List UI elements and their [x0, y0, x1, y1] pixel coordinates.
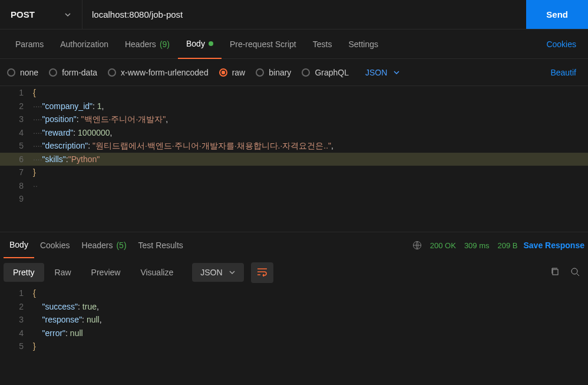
view-raw[interactable]: Raw [45, 263, 81, 282]
status-size: 209 B [498, 241, 518, 250]
cookies-link[interactable]: Cookies [541, 40, 581, 49]
status-time: 309 ms [464, 241, 490, 250]
globe-icon[interactable] [412, 241, 422, 250]
radio-icon [108, 68, 116, 77]
copy-icon [550, 267, 560, 277]
status-code: 200 OK [430, 241, 456, 250]
request-body-editor[interactable]: 1{ 2····"company_id": 1, 3····"position"… [0, 86, 588, 232]
save-response-button[interactable]: Save Response [524, 241, 585, 250]
body-form-data-radio[interactable]: form-data [49, 68, 97, 77]
url-input[interactable] [82, 0, 526, 29]
response-body-viewer[interactable]: 1{ 2 "success": true, 3 "response": null… [0, 287, 588, 353]
tab-pre-request[interactable]: Pre-request Script [222, 29, 305, 59]
response-tab-headers[interactable]: Headers (5) [76, 232, 133, 258]
body-type-select[interactable]: JSON [365, 68, 400, 77]
chevron-down-icon [229, 269, 236, 276]
body-xform-radio[interactable]: x-www-form-urlencoded [108, 68, 209, 77]
copy-button[interactable] [546, 267, 564, 278]
view-visualize[interactable]: Visualize [131, 263, 183, 282]
search-icon [570, 267, 580, 277]
tab-settings[interactable]: Settings [340, 29, 387, 59]
tab-tests[interactable]: Tests [305, 29, 341, 59]
search-button[interactable] [566, 267, 584, 278]
view-preview[interactable]: Preview [82, 263, 130, 282]
view-pretty[interactable]: Pretty [4, 263, 44, 282]
chevron-down-icon [64, 11, 71, 18]
body-binary-radio[interactable]: binary [256, 68, 291, 77]
tab-authorization[interactable]: Authorization [52, 29, 117, 59]
tab-params[interactable]: Params [7, 29, 52, 59]
beautify-link[interactable]: Beautif [546, 68, 581, 77]
response-tab-test-results[interactable]: Test Results [133, 232, 189, 258]
method-select[interactable]: POST [0, 0, 82, 29]
radio-icon [256, 68, 264, 77]
response-format-select[interactable]: JSON [192, 263, 243, 282]
send-button[interactable]: Send [526, 0, 588, 29]
response-tab-body[interactable]: Body [4, 232, 34, 258]
tab-headers[interactable]: Headers (9) [117, 29, 178, 59]
radio-filled-icon [219, 68, 227, 77]
radio-icon [7, 68, 15, 77]
method-label: POST [11, 9, 35, 19]
tab-body[interactable]: Body [178, 29, 222, 59]
chevron-down-icon [393, 69, 400, 76]
radio-icon [302, 68, 310, 77]
radio-icon [49, 68, 57, 77]
svg-point-2 [572, 268, 577, 274]
body-raw-radio[interactable]: raw [219, 68, 246, 77]
response-tab-cookies[interactable]: Cookies [34, 232, 76, 258]
wrap-icon [257, 267, 267, 277]
dot-indicator-icon [209, 41, 213, 46]
body-none-radio[interactable]: none [7, 68, 38, 77]
svg-rect-1 [553, 269, 558, 275]
body-graphql-radio[interactable]: GraphQL [302, 68, 349, 77]
wrap-lines-button[interactable] [251, 262, 273, 283]
